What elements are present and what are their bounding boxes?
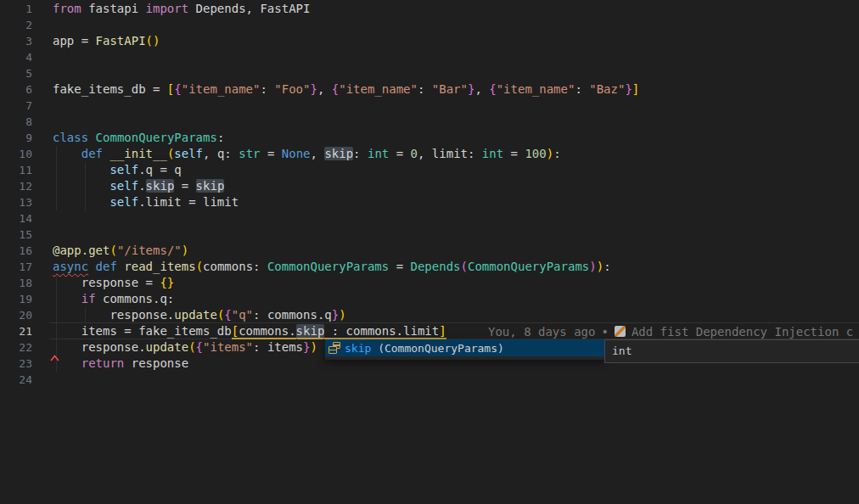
line-number[interactable]: 23 — [0, 356, 32, 372]
code-line-15[interactable]: 15 — [0, 227, 859, 243]
code-line-24[interactable]: 24 — [0, 372, 859, 388]
line-number[interactable]: 8 — [0, 114, 32, 130]
code-token: ] — [439, 324, 446, 339]
code-line-14[interactable]: 14 — [0, 210, 859, 227]
line-number[interactable]: 18 — [0, 275, 32, 291]
code-line-12[interactable]: 12 self.skip = skip — [0, 178, 859, 194]
code-token: __init__ — [109, 147, 166, 160]
field-icon — [328, 341, 341, 355]
code-line-13[interactable]: 13 self.limit = limit — [0, 194, 859, 210]
code-token: ) — [597, 260, 604, 273]
line-number[interactable]: 17 — [0, 259, 32, 275]
line-number[interactable]: 15 — [0, 227, 32, 243]
line-number[interactable]: 9 — [0, 130, 32, 146]
code-token: app = — [53, 34, 96, 48]
code-token: {} — [160, 276, 174, 289]
code-token: : commons.limit — [324, 324, 439, 339]
code-token: fastapi — [81, 2, 146, 15]
line-number[interactable]: 7 — [0, 98, 32, 114]
code-line-18[interactable]: 18 response = {} — [0, 275, 859, 291]
code-token: import — [146, 2, 189, 15]
code-token: def — [96, 260, 117, 273]
code-line-3[interactable]: 3app = FastAPI() — [0, 33, 859, 49]
code-line-5[interactable]: 5 — [0, 65, 859, 81]
code-token: CommonQueryParams — [96, 131, 217, 144]
code-line-19[interactable]: 19 if commons.q: — [0, 291, 859, 307]
suggest-item-skip[interactable]: skip (CommonQueryParams) — [325, 339, 604, 356]
editor-screenshot: { "editor": { "background": "#1f1f1f", "… — [0, 0, 859, 504]
line-number[interactable]: 4 — [0, 49, 32, 65]
line-number[interactable]: 3 — [0, 33, 32, 49]
code-token: : items — [253, 340, 303, 354]
code-line-10[interactable]: 10 def __init__(self, q: str = None, ski… — [0, 146, 859, 162]
code-token: ) — [182, 244, 188, 257]
line-number[interactable]: 16 — [0, 243, 32, 259]
code-token: response = — [53, 276, 160, 289]
code-token: update — [174, 308, 217, 322]
line-number[interactable]: 19 — [0, 291, 32, 307]
line-number[interactable]: 12 — [0, 178, 32, 194]
code-token: } — [303, 340, 310, 354]
code-token: { — [196, 340, 203, 354]
code-token: : — [575, 82, 589, 96]
code-token: "items" — [203, 340, 253, 354]
code-token: : — [418, 82, 432, 96]
git-blame-annotation[interactable]: You, 8 days ago•Add fist Dependency Inje… — [488, 323, 853, 339]
suggest-docs-text: int — [612, 344, 632, 357]
code-token: int — [368, 147, 389, 160]
code-token: CommonQueryParams — [267, 260, 389, 273]
code-token: () — [146, 34, 160, 48]
code-line-8[interactable]: 8 — [0, 114, 859, 130]
code-token: , q: — [203, 147, 239, 160]
line-number[interactable]: 11 — [0, 162, 32, 178]
line-number[interactable]: 10 — [0, 146, 32, 162]
code-line-16[interactable]: 16@app.get("/items/") — [0, 243, 859, 259]
code-editor[interactable]: 1from fastapi import Depends, FastAPI23a… — [0, 0, 859, 504]
code-token: skip — [296, 324, 325, 339]
code-token: .q = q — [138, 163, 182, 176]
code-line-2[interactable]: 2 — [0, 17, 859, 33]
code-token: : commons.q — [253, 308, 332, 322]
code-token: , — [317, 82, 332, 96]
code-line-6[interactable]: 6fake_items_db = [{"item_name": "Foo"}, … — [0, 81, 859, 98]
code-token — [88, 260, 95, 273]
code-token: } — [625, 82, 632, 96]
code-line-1[interactable]: 1from fastapi import Depends, FastAPI — [0, 1, 859, 17]
code-line-4[interactable]: 4 — [0, 49, 859, 65]
code-token: ) — [589, 260, 596, 273]
code-token: def — [81, 147, 103, 160]
code-token: class — [53, 131, 88, 144]
code-token: read_items — [124, 260, 195, 273]
line-number[interactable]: 13 — [0, 194, 32, 210]
line-number[interactable]: 20 — [0, 307, 32, 323]
code-token: : — [353, 147, 368, 160]
code-token: Depends, FastAPI — [188, 2, 310, 15]
code-token: : — [553, 147, 560, 160]
code-line-9[interactable]: 9class CommonQueryParams: — [0, 130, 859, 146]
line-number[interactable]: 21 — [0, 323, 32, 339]
line-number[interactable]: 24 — [0, 372, 32, 388]
line-number[interactable]: 22 — [0, 339, 32, 356]
code-token: int — [482, 147, 503, 160]
line-number[interactable]: 2 — [0, 17, 32, 33]
code-token: { — [489, 82, 496, 96]
code-token: commons.q: — [96, 292, 175, 305]
code-line-17[interactable]: 17async def read_items(commons: CommonQu… — [0, 259, 859, 275]
code-token: } — [332, 308, 339, 322]
code-token: ) — [547, 147, 553, 160]
code-token: "/items/" — [117, 244, 182, 257]
blame-bullet: • — [601, 325, 608, 339]
line-number[interactable]: 5 — [0, 65, 32, 81]
line-number[interactable]: 14 — [0, 210, 32, 227]
code-token: commons: — [203, 260, 267, 273]
code-token — [53, 195, 109, 209]
code-line-20[interactable]: 20 response.update({"q": commons.q}) — [0, 307, 859, 323]
code-line-7[interactable]: 7 — [0, 98, 859, 114]
code-token: = — [503, 147, 525, 160]
line-number[interactable]: 6 — [0, 81, 32, 98]
line-number[interactable]: 1 — [0, 1, 32, 17]
code-line-11[interactable]: 11 self.q = q — [0, 162, 859, 178]
code-token: ) — [339, 308, 345, 322]
code-token: : — [217, 131, 224, 144]
code-token — [53, 147, 81, 160]
